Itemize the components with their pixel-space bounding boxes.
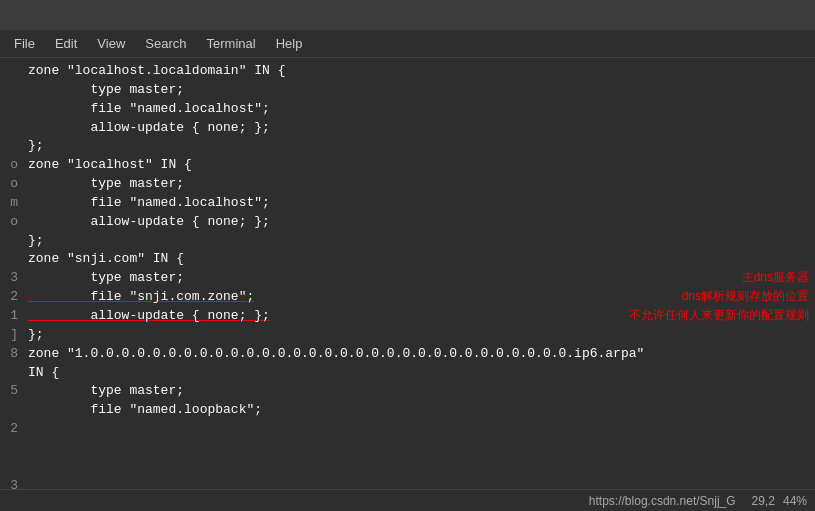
annotation: 不允许任何人来更新你的配置规则 xyxy=(629,307,809,324)
code-line: zone "snji.com" IN { xyxy=(28,250,811,269)
code-content: zone "localhost.localdomain" IN { type m… xyxy=(24,58,815,489)
code-line: type master; xyxy=(28,175,811,194)
menu-item-edit[interactable]: Edit xyxy=(45,34,87,53)
status-url: https://blog.csdn.net/Snjj_G xyxy=(589,494,736,508)
status-position: 29,2 xyxy=(752,494,775,508)
status-percentage: 44% xyxy=(783,494,807,508)
menu-bar: FileEditViewSearchTerminalHelp xyxy=(0,30,815,58)
code-line: }; xyxy=(28,326,811,345)
menu-item-search[interactable]: Search xyxy=(135,34,196,53)
code-line: allow-update { none; };不允许任何人来更新你的配置规则 xyxy=(28,307,811,326)
code-line: zone "1.0.0.0.0.0.0.0.0.0.0.0.0.0.0.0.0.… xyxy=(28,345,811,364)
code-line: }; xyxy=(28,232,811,251)
annotation: 主dns服务器 xyxy=(742,269,809,286)
annotation: dns解析规则存放的位置 xyxy=(682,288,809,305)
code-line: file "named.localhost"; xyxy=(28,100,811,119)
code-line: allow-update { none; }; xyxy=(28,119,811,138)
terminal-body: o o m o 3 2 1 ] 8 5 2 3 8 zone "localhos… xyxy=(0,58,815,489)
menu-item-file[interactable]: File xyxy=(4,34,45,53)
menu-item-terminal[interactable]: Terminal xyxy=(197,34,266,53)
status-bar: https://blog.csdn.net/Snjj_G 29,2 44% xyxy=(0,489,815,511)
menu-item-view[interactable]: View xyxy=(87,34,135,53)
title-bar xyxy=(0,0,815,30)
menu-item-help[interactable]: Help xyxy=(266,34,313,53)
code-line: file "named.loopback"; xyxy=(28,401,811,420)
code-line: }; xyxy=(28,137,811,156)
code-line: file "named.localhost"; xyxy=(28,194,811,213)
code-line: zone "localhost.localdomain" IN { xyxy=(28,62,811,81)
code-line: file "snji.com.zone";dns解析规则存放的位置 xyxy=(28,288,811,307)
code-line: type master; xyxy=(28,81,811,100)
line-numbers: o o m o 3 2 1 ] 8 5 2 3 8 xyxy=(0,58,24,489)
code-line: type master;主dns服务器 xyxy=(28,269,811,288)
code-line: zone "localhost" IN { xyxy=(28,156,811,175)
code-line: type master; xyxy=(28,382,811,401)
code-line: allow-update { none; }; xyxy=(28,213,811,232)
code-line: IN { xyxy=(28,364,811,383)
